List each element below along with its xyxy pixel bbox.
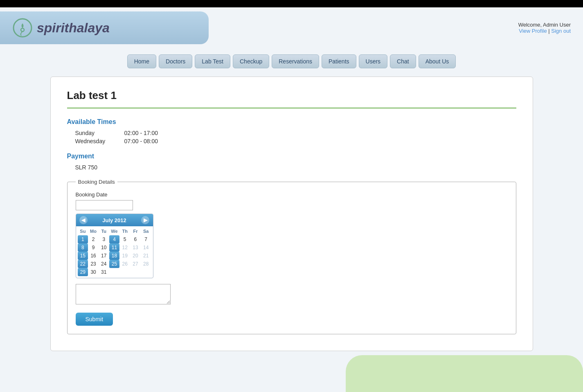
calendar-day-4-2[interactable]: 31 [99,268,109,276]
page-title: Lab test 1 [67,89,516,102]
calendar-day-2-1[interactable]: 16 [88,252,99,260]
payment-section: Payment SLR 750 [67,153,516,171]
booking-legend: Booking Details [76,179,117,185]
booking-details-fieldset: Booking Details Booking Date ◀ July 2012… [67,179,516,334]
calendar-day-1-6[interactable]: 14 [141,243,151,252]
calendar-day-2-2[interactable]: 17 [99,252,109,260]
calendar-day-2-5[interactable]: 20 [130,252,141,260]
calendar-day-2-0[interactable]: 15 [78,252,88,260]
logo-text: spirithalaya [37,20,110,36]
schedule-day-0: Sunday [75,130,116,136]
svg-point-1 [21,28,24,32]
header: spirithalaya Welcome, Admin User View Pr… [0,7,583,48]
calendar-next-button[interactable]: ▶ [141,216,149,224]
calendar-header: ◀ July 2012 ▶ [76,214,153,226]
payment-heading: Payment [67,153,516,160]
divider [67,108,516,108]
day-header-mo: Mo [88,228,99,234]
booking-date-input[interactable] [76,200,133,210]
main-content: Lab test 1 Available Times Sunday 02:00 … [50,77,533,351]
calendar-day-0-2[interactable]: 3 [99,235,109,243]
calendar-day-3-0[interactable]: 22 [78,260,88,268]
calendar-day-4-1[interactable]: 30 [88,268,99,276]
booking-notes-textarea[interactable] [76,284,171,304]
calendar-day-1-2[interactable]: 10 [99,243,109,252]
nav-bar: Home Doctors Lab Test Checkup Reservatio… [0,48,583,77]
calendar-day-0-4[interactable]: 5 [119,235,130,243]
calendar-day-4-5 [130,268,141,276]
bottom-decoration [346,355,583,392]
calendar-day-1-4[interactable]: 12 [119,243,130,252]
user-info: Welcome, Admin User View Profile | Sign … [518,22,575,34]
view-profile-link[interactable]: View Profile [519,28,547,34]
calendar-day-1-5[interactable]: 13 [130,243,141,252]
calendar-day-3-1[interactable]: 23 [88,260,99,268]
logo-area: spirithalaya [0,11,209,44]
payment-amount: SLR 750 [75,164,516,171]
schedule-row-1: Wednesday 07:00 - 08:00 [75,138,516,144]
calendar-day-4-3 [109,268,120,276]
calendar-day-0-6[interactable]: 7 [141,235,151,243]
day-header-th: Th [119,228,130,234]
calendar-day-3-4[interactable]: 26 [119,260,130,268]
day-header-we: We [109,228,120,234]
nav-users[interactable]: Users [359,54,388,68]
schedule-time-1: 07:00 - 08:00 [124,138,158,144]
day-header-sa: Sa [141,228,151,234]
schedule-day-1: Wednesday [75,138,116,144]
calendar-body: Su Mo Tu We Th Fr Sa 1234567891011121314… [76,226,153,278]
logo-icon [12,18,33,38]
day-header-su: Su [78,228,88,234]
nav-doctors[interactable]: Doctors [159,54,192,68]
calendar-day-0-0[interactable]: 1 [78,235,88,243]
calendar-day-4-6 [141,268,151,276]
nav-labtest[interactable]: Lab Test [195,54,230,68]
calendar-grid: 1234567891011121314151617181920212223242… [78,235,151,276]
calendar-day-2-6[interactable]: 21 [141,252,151,260]
available-times-heading: Available Times [67,118,516,126]
sign-out-link[interactable]: Sign out [551,28,571,34]
calendar-day-4-0[interactable]: 29 [78,268,88,276]
schedule-time-0: 02:00 - 17:00 [124,130,158,136]
calendar-day-headers: Su Mo Tu We Th Fr Sa [78,228,151,234]
calendar-day-0-1[interactable]: 2 [88,235,99,243]
day-header-fr: Fr [130,228,141,234]
nav-home[interactable]: Home [127,54,156,68]
calendar-day-2-3[interactable]: 18 [109,252,120,260]
nav-patients[interactable]: Patients [322,54,356,68]
submit-button[interactable]: Submit [76,313,113,326]
calendar-day-1-1[interactable]: 9 [88,243,99,252]
calendar-day-2-4[interactable]: 19 [119,252,130,260]
available-times-section: Available Times Sunday 02:00 - 17:00 Wed… [67,118,516,144]
user-greeting: Welcome, Admin User [518,22,571,28]
calendar-day-1-0[interactable]: 8 [78,243,88,252]
top-bar [0,0,583,7]
calendar-day-1-3[interactable]: 11 [109,243,120,252]
calendar-month-year: July 2012 [102,217,126,223]
calendar-day-3-2[interactable]: 24 [99,260,109,268]
calendar-day-0-5[interactable]: 6 [130,235,141,243]
schedule-row-0: Sunday 02:00 - 17:00 [75,130,516,136]
calendar-prev-button[interactable]: ◀ [79,216,88,224]
nav-reservations[interactable]: Reservations [272,54,319,68]
schedule-table: Sunday 02:00 - 17:00 Wednesday 07:00 - 0… [75,130,516,144]
calendar-day-3-3[interactable]: 25 [109,260,120,268]
calendar-day-3-5[interactable]: 27 [130,260,141,268]
calendar-day-0-3[interactable]: 4 [109,235,120,243]
calendar-day-3-6[interactable]: 28 [141,260,151,268]
nav-checkup[interactable]: Checkup [233,54,269,68]
calendar-day-4-4 [119,268,130,276]
day-header-tu: Tu [99,228,109,234]
nav-chat[interactable]: Chat [390,54,416,68]
nav-aboutus[interactable]: About Us [419,54,456,68]
calendar: ◀ July 2012 ▶ Su Mo Tu We Th Fr Sa 12345… [76,214,153,278]
booking-date-label: Booking Date [76,191,508,198]
